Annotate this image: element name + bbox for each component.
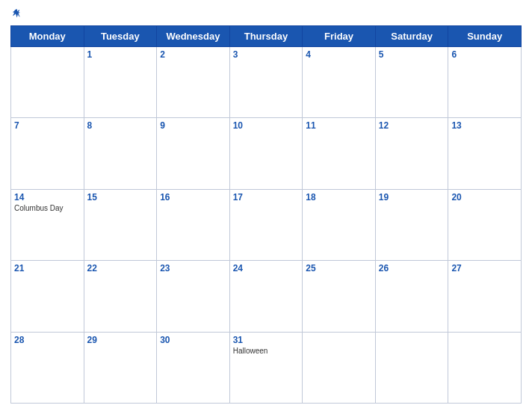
day-number: 14: [14, 192, 81, 203]
calendar-cell: 27: [448, 261, 522, 332]
day-number: 23: [160, 263, 226, 274]
calendar-cell: 17: [229, 189, 303, 260]
calendar-cell: 2: [157, 47, 230, 118]
day-number: 30: [160, 335, 226, 345]
day-number: 31: [233, 335, 300, 345]
day-number: 24: [233, 263, 300, 274]
day-number: 15: [87, 192, 154, 203]
day-number: 21: [14, 263, 81, 274]
calendar-cell: 25: [303, 261, 376, 332]
calendar-cell: 30: [157, 332, 230, 403]
calendar-cell: 18: [303, 189, 376, 260]
calendar-cell: 24: [229, 261, 303, 332]
day-number: 26: [379, 263, 445, 274]
calendar-cell: 31Halloween: [229, 332, 303, 403]
calendar-cell: 4: [303, 47, 376, 118]
day-number: 20: [451, 192, 518, 203]
weekday-header-sunday: Sunday: [448, 26, 522, 47]
calendar-cell: 10: [229, 118, 303, 189]
week-row-3: 14Columbus Day151617181920: [11, 189, 522, 260]
day-number: 17: [233, 192, 300, 203]
day-number: 7: [14, 120, 81, 131]
calendar-cell: 13: [448, 118, 522, 189]
day-number: 18: [306, 192, 372, 203]
calendar-cell: [303, 332, 376, 403]
weekday-header-tuesday: Tuesday: [84, 26, 157, 47]
calendar-cell: 3: [229, 47, 303, 118]
weekday-header-row: MondayTuesdayWednesdayThursdayFridaySatu…: [11, 26, 522, 47]
day-number: 13: [451, 120, 518, 131]
calendar-table: MondayTuesdayWednesdayThursdayFridaySatu…: [10, 25, 522, 404]
week-row-5: 28293031Halloween: [11, 332, 522, 403]
holiday-label: Columbus Day: [14, 204, 81, 212]
calendar-cell: [11, 47, 84, 118]
calendar-cell: 5: [375, 47, 448, 118]
weekday-header-saturday: Saturday: [375, 26, 448, 47]
weekday-header-wednesday: Wednesday: [157, 26, 230, 47]
calendar-cell: 11: [303, 118, 376, 189]
calendar-cell: 22: [84, 261, 157, 332]
day-number: 12: [379, 120, 445, 131]
calendar-cell: 8: [84, 118, 157, 189]
week-row-4: 21222324252627: [11, 261, 522, 332]
calendar-cell: 19: [375, 189, 448, 260]
day-number: 19: [379, 192, 445, 203]
day-number: 29: [87, 335, 154, 345]
calendar-cell: 7: [11, 118, 84, 189]
calendar-wrapper: MondayTuesdayWednesdayThursdayFridaySatu…: [0, 0, 532, 411]
logo-bird-icon: [10, 7, 24, 21]
day-number: 4: [306, 49, 372, 60]
day-number: 28: [14, 335, 81, 345]
day-number: 2: [160, 49, 226, 60]
calendar-cell: 20: [448, 189, 522, 260]
weekday-header-thursday: Thursday: [229, 26, 303, 47]
calendar-cell: [448, 332, 522, 403]
day-number: 8: [87, 120, 154, 131]
weekday-header-friday: Friday: [303, 26, 376, 47]
calendar-cell: 1: [84, 47, 157, 118]
day-number: 11: [306, 120, 372, 131]
calendar-cell: 9: [157, 118, 230, 189]
calendar-cell: 15: [84, 189, 157, 260]
day-number: 3: [233, 49, 300, 60]
week-row-1: 123456: [11, 47, 522, 118]
calendar-cell: 21: [11, 261, 84, 332]
logo: [10, 7, 25, 21]
weekday-header-monday: Monday: [11, 26, 84, 47]
calendar-cell: 16: [157, 189, 230, 260]
calendar-cell: 23: [157, 261, 230, 332]
day-number: 5: [379, 49, 445, 60]
calendar-cell: 28: [11, 332, 84, 403]
calendar-cell: [375, 332, 448, 403]
day-number: 9: [160, 120, 226, 131]
day-number: 6: [451, 49, 518, 60]
day-number: 25: [306, 263, 372, 274]
day-number: 10: [233, 120, 300, 131]
day-number: 27: [451, 263, 518, 274]
day-number: 22: [87, 263, 154, 274]
calendar-cell: 29: [84, 332, 157, 403]
day-number: 16: [160, 192, 226, 203]
header: [10, 7, 522, 21]
calendar-cell: 12: [375, 118, 448, 189]
calendar-cell: 6: [448, 47, 522, 118]
holiday-label: Halloween: [233, 347, 300, 355]
calendar-cell: 26: [375, 261, 448, 332]
calendar-cell: 14Columbus Day: [11, 189, 84, 260]
week-row-2: 78910111213: [11, 118, 522, 189]
day-number: 1: [87, 49, 154, 60]
